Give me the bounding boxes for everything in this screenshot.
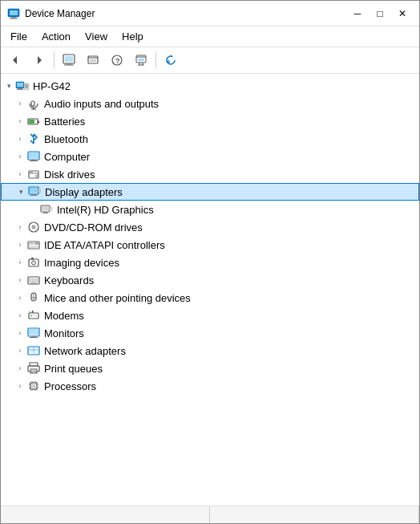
status-pane-1 bbox=[1, 506, 210, 523]
disk-expander[interactable]: › bbox=[14, 168, 26, 181]
tree-item-ide[interactable]: › IDE ATA/ATAPI controllers bbox=[1, 236, 419, 254]
tree-item-dvd[interactable]: › DVD/CD-ROM drives bbox=[1, 218, 419, 236]
device-manager-window: Device Manager ─ □ ✕ File Action View He… bbox=[0, 0, 420, 524]
svg-rect-68 bbox=[37, 278, 38, 280]
toolbar: ? bbox=[1, 47, 419, 74]
keyboards-expander[interactable]: › bbox=[14, 274, 26, 286]
status-pane-2 bbox=[210, 506, 419, 523]
print-label: Print queues bbox=[44, 363, 103, 375]
svg-rect-7 bbox=[65, 56, 73, 62]
svg-rect-34 bbox=[29, 120, 34, 124]
svg-rect-69 bbox=[30, 281, 31, 282]
window-title: Device Manager bbox=[25, 8, 95, 19]
root-expander[interactable]: ▾ bbox=[2, 79, 15, 92]
svg-rect-8 bbox=[66, 63, 72, 65]
ide-expander[interactable]: › bbox=[14, 238, 26, 251]
svg-rect-82 bbox=[32, 311, 34, 313]
tree-item-print[interactable]: › Print queues bbox=[1, 359, 419, 377]
computer-expander[interactable]: › bbox=[14, 150, 26, 163]
svg-point-79 bbox=[30, 315, 32, 317]
display-expander[interactable]: ▾ bbox=[14, 185, 27, 198]
maximize-button[interactable]: □ bbox=[370, 6, 390, 22]
tree-item-audio[interactable]: › Audio inputs and outputs bbox=[1, 95, 419, 112]
modems-label: Modems bbox=[44, 310, 84, 322]
menu-file[interactable]: File bbox=[4, 28, 34, 45]
minimize-button[interactable]: ─ bbox=[347, 6, 368, 22]
root-icon bbox=[15, 79, 30, 93]
print-icon bbox=[26, 361, 41, 376]
ide-icon bbox=[26, 238, 41, 252]
svg-rect-1 bbox=[10, 10, 18, 15]
tree-item-monitors[interactable]: › Monitors bbox=[1, 324, 419, 342]
svg-rect-12 bbox=[90, 59, 96, 62]
content-area: ▾ HP-G42 › bbox=[1, 74, 419, 506]
close-button[interactable]: ✕ bbox=[392, 6, 413, 22]
network-expander[interactable]: › bbox=[14, 344, 26, 357]
network-icon bbox=[26, 343, 41, 358]
modems-expander[interactable]: › bbox=[14, 309, 26, 322]
svg-rect-42 bbox=[30, 172, 33, 173]
svg-rect-45 bbox=[32, 194, 36, 195]
svg-rect-96 bbox=[31, 372, 34, 372]
menu-action[interactable]: Action bbox=[35, 28, 77, 45]
tree-item-imaging[interactable]: › Imaging devices bbox=[1, 254, 419, 271]
tree-item-mice[interactable]: › Mice and other pointing devices bbox=[1, 289, 419, 307]
svg-rect-87 bbox=[30, 337, 38, 338]
processors-expander[interactable]: › bbox=[14, 380, 26, 392]
tree-item-processors[interactable]: › Processors bbox=[1, 377, 419, 395]
title-bar: Device Manager ─ □ ✕ bbox=[1, 1, 419, 26]
computer-icon bbox=[26, 149, 41, 164]
device-tree[interactable]: ▾ HP-G42 › bbox=[1, 74, 419, 506]
root-label: HP-G42 bbox=[33, 80, 71, 92]
imaging-expander[interactable]: › bbox=[14, 256, 26, 269]
tree-item-computer[interactable]: › Computer bbox=[1, 148, 419, 165]
svg-rect-71 bbox=[34, 281, 36, 282]
mice-expander[interactable]: › bbox=[14, 291, 26, 304]
monitors-label: Monitors bbox=[44, 327, 84, 339]
svg-rect-57 bbox=[29, 242, 34, 245]
tree-root[interactable]: ▾ HP-G42 bbox=[1, 77, 419, 95]
dvd-expander[interactable]: › bbox=[14, 221, 26, 234]
properties-button[interactable] bbox=[58, 50, 80, 71]
svg-rect-67 bbox=[34, 278, 36, 280]
monitors-expander[interactable]: › bbox=[14, 327, 26, 339]
print-expander[interactable]: › bbox=[14, 362, 26, 375]
svg-rect-58 bbox=[34, 242, 38, 245]
svg-point-63 bbox=[33, 262, 34, 264]
bluetooth-expander[interactable]: › bbox=[14, 132, 26, 145]
menu-help[interactable]: Help bbox=[115, 28, 150, 45]
tree-item-batteries[interactable]: › Batteries bbox=[1, 112, 419, 130]
svg-rect-72 bbox=[37, 281, 38, 282]
tree-item-modems[interactable]: › Modems bbox=[1, 307, 419, 324]
app-icon bbox=[7, 7, 20, 20]
tree-item-keyboards[interactable]: › Keyboards bbox=[1, 271, 419, 289]
svg-point-22 bbox=[167, 60, 170, 63]
tree-item-intel[interactable]: Intel(R) HD Graphics bbox=[1, 201, 419, 218]
forward-button[interactable] bbox=[28, 50, 50, 71]
svg-rect-92 bbox=[30, 363, 38, 366]
svg-rect-26 bbox=[17, 89, 23, 90]
svg-point-81 bbox=[35, 315, 37, 317]
help-button[interactable]: ? bbox=[106, 50, 128, 71]
tree-item-display[interactable]: ▾ Display adapters bbox=[1, 183, 419, 201]
computer-label: Computer bbox=[44, 151, 90, 163]
audio-expander[interactable]: › bbox=[14, 97, 26, 110]
back-button[interactable] bbox=[4, 50, 26, 71]
tree-item-bluetooth[interactable]: › Bluetooth bbox=[1, 130, 419, 148]
tree-item-network[interactable]: › Network adapters bbox=[1, 342, 419, 359]
tree-item-disk[interactable]: › Disk drives bbox=[1, 165, 419, 183]
svg-rect-46 bbox=[30, 195, 38, 196]
toolbar-separator-2 bbox=[155, 52, 156, 68]
svg-rect-37 bbox=[31, 160, 36, 160]
svg-rect-17 bbox=[138, 59, 144, 61]
menu-view[interactable]: View bbox=[79, 28, 114, 45]
network-label: Network adapters bbox=[44, 345, 126, 357]
update-driver-button[interactable] bbox=[82, 50, 104, 71]
title-bar-left: Device Manager bbox=[7, 7, 95, 20]
refresh-button[interactable] bbox=[160, 50, 182, 71]
svg-rect-36 bbox=[29, 152, 38, 159]
batteries-expander[interactable]: › bbox=[14, 115, 26, 128]
scan-button[interactable] bbox=[130, 50, 152, 71]
intel-icon bbox=[39, 202, 54, 217]
imaging-icon bbox=[26, 255, 41, 270]
